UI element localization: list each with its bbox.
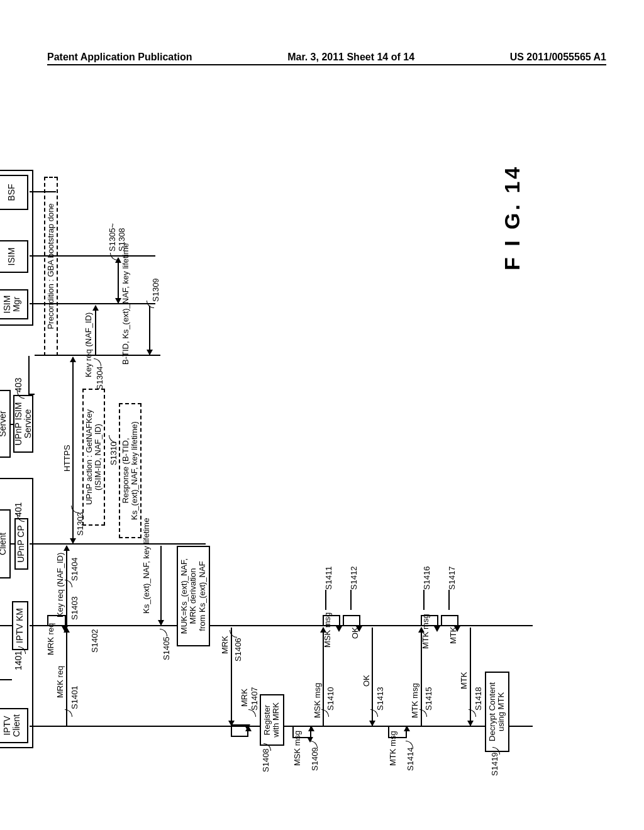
label-mrk-req-2: MRK req	[46, 623, 55, 655]
step-s1412: S1412	[349, 566, 358, 590]
step-s1410: S1410	[326, 687, 335, 711]
label-ok-1413: OK	[362, 675, 371, 687]
self-s1417	[441, 615, 458, 626]
step-s1416: S1416	[422, 566, 431, 590]
label-s1309: B-TID, Ks_(ext)_NAF, key lifetime	[121, 243, 130, 365]
step-s1413: S1413	[375, 687, 385, 711]
step-s1402: S1402	[90, 629, 99, 653]
figure-label: F I G. 14	[500, 165, 525, 270]
decrypt-box: Decrypt Content using MTK	[485, 672, 509, 752]
derivation-box: MUK=Ks_(ext)_NAF, MRK derivation from Ks…	[177, 546, 210, 646]
arrow-s1309	[149, 306, 150, 355]
page-header: Patent Application Publication Mar. 3, 2…	[47, 52, 606, 65]
label-ok-1412: OK	[350, 627, 360, 639]
lifeline-isim-mgr-right: ISIM Mgr	[0, 289, 28, 319]
arrow-s1405	[160, 546, 162, 625]
label-s1401: MRK req	[55, 666, 65, 698]
step-s1309: S1309	[151, 278, 160, 302]
step-s1407: S1407	[250, 687, 259, 711]
step-s1406: S1406	[233, 638, 243, 661]
label-s1405: Ks_(ext)_NAF, key lifetime	[142, 518, 151, 614]
arrow-https	[72, 357, 74, 543]
label-mtk-1418: MTK	[459, 672, 469, 689]
step-s1304: S1304	[95, 366, 104, 390]
label-msk-1411: MSK msg	[323, 612, 332, 648]
lifeline-remote-client: Remote ISIM Client	[0, 509, 11, 578]
step-s1414: S1414	[406, 747, 415, 771]
step-s1417: S1417	[447, 566, 457, 590]
step-s1403: S1403	[70, 596, 79, 620]
step-s1408: S1408	[261, 748, 270, 772]
label-msk-1410: MSK msg	[313, 683, 322, 718]
lifeline-bsf: BSF	[0, 175, 28, 210]
step-s1411: S1411	[324, 566, 333, 590]
step-s1310: S1310	[109, 441, 118, 465]
label-mrk-1407: MRK	[240, 689, 249, 707]
step-s1404: S1404	[70, 557, 79, 581]
step-s1401: S1401	[70, 685, 79, 709]
lifeline-remote-server: Remote ISIM Server	[0, 390, 11, 458]
sequence-diagram: ITF 101 Host Device 102 IPTV Client 205 …	[3, 138, 644, 717]
label-s1304: Key req (NAF_ID)	[84, 313, 93, 377]
step-s1409: S1409	[310, 747, 319, 771]
label-mtk-1415: MTK msg	[410, 683, 419, 718]
label-mtk-1417: MTK	[448, 627, 458, 644]
label-s1403: Key req (NAF_ID)	[55, 553, 65, 617]
label-https: HTTPS	[62, 445, 72, 472]
step-s1419: S1419	[490, 752, 499, 776]
lifeline-upnp-service: UPnP ISIM Service	[13, 395, 33, 453]
lifeline-isim: ISIM	[0, 240, 28, 273]
upnp-action-box: UPnP action : GetNAFKey (ISIM-ID, NAF_ID…	[82, 389, 105, 526]
label-mrk-1406: MRK	[220, 636, 230, 654]
response-box: Response (B-TID, Ks_(ext)_NAF, key lifet…	[119, 403, 142, 538]
header-right: US 2011/0055565 A1	[510, 52, 606, 63]
step-s1405: S1405	[162, 636, 171, 660]
step-s1418: S1418	[474, 687, 483, 711]
register-box: Register with MRK	[260, 694, 284, 746]
step-s1415: S1415	[424, 687, 433, 711]
self-s1412	[343, 615, 360, 626]
header-center: Mar. 3, 2011 Sheet 14 of 14	[287, 52, 414, 63]
arrow-s1305	[118, 258, 119, 303]
precondition-box: Precondition : GBA bootstrap done	[44, 177, 58, 356]
lifeline-upnp-cp: UPnP CP	[14, 518, 28, 570]
arrow-s1406	[231, 628, 232, 726]
header-left: Patent Application Publication	[47, 52, 192, 63]
label-mtk-1416: MTK msg	[421, 614, 430, 649]
lifeline-iptv-km: IPTV KM	[12, 601, 28, 650]
arrow-s1304	[95, 306, 96, 355]
